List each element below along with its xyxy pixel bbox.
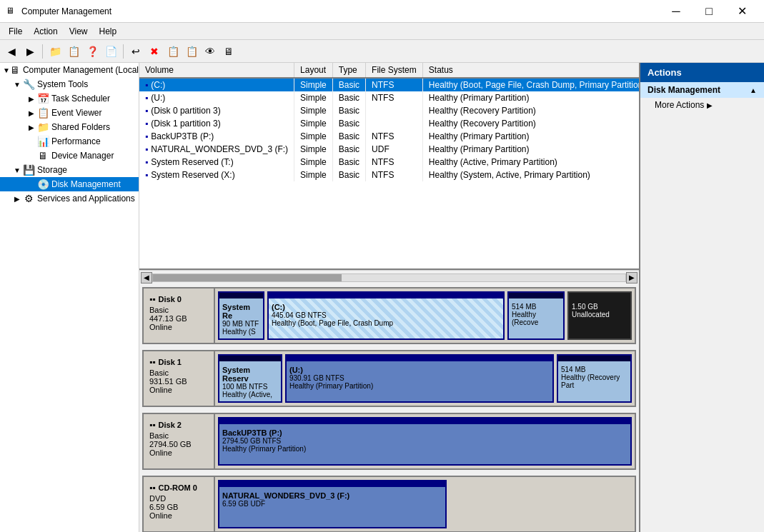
partition[interactable]: BackUP3TB (P:) 2794.50 GB NTFS Healthy (… xyxy=(218,417,632,466)
col-status[interactable]: Status xyxy=(422,63,639,78)
sidebar-item-storage[interactable]: ▼ 💾 Storage xyxy=(0,163,139,177)
partition[interactable]: System Re 90 MB NTF Healthy (S xyxy=(218,291,264,340)
cell-status: Healthy (Recovery Partition) xyxy=(422,117,639,130)
partition-bar xyxy=(287,356,552,361)
sidebar-item-services-apps[interactable]: ▶ ⚙ Services and Applications xyxy=(0,191,139,206)
cell-fs: NTFS xyxy=(366,156,423,169)
cell-layout: Simple xyxy=(294,78,333,91)
sidebar-item-device-manager[interactable]: 🖥 Device Manager xyxy=(0,149,139,163)
actions-disk-management-label: Disk Management xyxy=(648,85,720,95)
partition-size: 930.91 GB NTFS xyxy=(289,374,550,382)
system-tools-toggle[interactable]: ▼ xyxy=(11,79,23,90)
task-scheduler-toggle[interactable]: ▶ xyxy=(26,93,37,104)
title-bar: 🖥 Computer Management ─ □ ✕ xyxy=(0,0,764,23)
sidebar-item-shared-folders[interactable]: ▶ 📁 Shared Folders xyxy=(0,120,139,134)
col-type[interactable]: Type xyxy=(332,63,365,78)
actions-more-actions-item[interactable]: More Actions ▶ xyxy=(640,98,764,112)
cell-type: Basic xyxy=(332,91,365,104)
cell-fs: NTFS xyxy=(366,130,423,143)
system-tools-icon: 🔧 xyxy=(23,79,34,90)
menu-file[interactable]: File xyxy=(3,25,28,38)
col-layout[interactable]: Layout xyxy=(294,63,333,78)
disk-status: Online xyxy=(149,323,208,331)
cell-status: Healthy (Primary Partition) xyxy=(422,130,639,143)
cell-status: Healthy (System, Active, Primary Partiti… xyxy=(422,169,639,181)
cell-layout: Simple xyxy=(294,130,333,143)
folder2-button[interactable]: 📋 xyxy=(65,43,82,60)
view-button[interactable]: 👁 xyxy=(202,43,219,60)
disk-icon: ▪▪ xyxy=(149,483,156,493)
root-toggle[interactable]: ▼ xyxy=(3,64,10,76)
scroll-track[interactable] xyxy=(152,273,626,282)
shared-folders-toggle[interactable]: ▶ xyxy=(26,121,37,133)
table-row[interactable]: ▪(Disk 0 partition 3) Simple Basic Healt… xyxy=(139,104,639,117)
forward-button[interactable]: ▶ xyxy=(21,43,39,60)
disk-icon: ▪▪ xyxy=(149,357,156,367)
help-button[interactable]: ❓ xyxy=(84,43,101,60)
cell-status: Healthy (Boot, Page File, Crash Dump, Pr… xyxy=(422,78,639,91)
sidebar-item-system-tools[interactable]: ▼ 🔧 System Tools xyxy=(0,77,139,91)
cell-type: Basic xyxy=(332,104,365,117)
table-row[interactable]: ▪(C:) Simple Basic NTFS Healthy (Boot, P… xyxy=(139,78,639,91)
partition-size: 445.04 GB NTFS xyxy=(272,311,500,319)
partition[interactable]: 514 MB Healthy (Recovery Part xyxy=(557,354,632,403)
partition[interactable]: 514 MB Healthy (Recove xyxy=(507,291,565,340)
actions-disk-management[interactable]: Disk Management ▲ xyxy=(640,82,764,98)
copy-button[interactable]: 📋 xyxy=(164,43,182,60)
menu-action[interactable]: Action xyxy=(28,25,63,38)
root-icon: 🖥 xyxy=(10,64,20,76)
folder-button[interactable]: 📁 xyxy=(46,43,64,60)
scroll-right-btn[interactable]: ▶ xyxy=(626,272,638,283)
table-row[interactable]: ▪System Reserved (T:) Simple Basic NTFS … xyxy=(139,156,639,169)
undo-button[interactable]: ↩ xyxy=(127,43,144,60)
cancel-button[interactable]: ✖ xyxy=(146,43,163,60)
scroll-thumb[interactable] xyxy=(153,274,342,281)
storage-toggle[interactable]: ▼ xyxy=(11,164,23,176)
services-apps-toggle[interactable]: ▶ xyxy=(11,193,23,204)
disk-label: ▪▪ Disk 2 Basic 2794.50 GB Online xyxy=(144,414,215,468)
scroll-left-btn[interactable]: ◀ xyxy=(141,272,152,283)
disk-icon: ▪▪ xyxy=(149,420,156,430)
table-row[interactable]: ▪(Disk 1 partition 3) Simple Basic Healt… xyxy=(139,117,639,130)
sidebar-item-event-viewer[interactable]: ▶ 📋 Event Viewer xyxy=(0,106,139,120)
event-viewer-toggle[interactable]: ▶ xyxy=(26,107,37,119)
cell-volume: ▪(Disk 1 partition 3) xyxy=(139,117,294,130)
table-row[interactable]: ▪(U:) Simple Basic NTFS Healthy (Primary… xyxy=(139,91,639,104)
sidebar-item-disk-management[interactable]: 💿 Disk Management xyxy=(0,177,139,191)
back-button[interactable]: ◀ xyxy=(3,43,20,60)
paste-button[interactable]: 📋 xyxy=(183,43,200,60)
partition[interactable]: System Reserv 100 MB NTFS Healthy (Activ… xyxy=(218,354,282,403)
col-volume[interactable]: Volume xyxy=(139,63,294,78)
volume-table-container: Volume Layout Type File System Status Ca… xyxy=(139,63,639,270)
table-row[interactable]: ▪System Reserved (X:) Simple Basic NTFS … xyxy=(139,169,639,181)
partition-status: Healthy (Recovery Part xyxy=(561,373,627,389)
partition[interactable]: (C:) 445.04 GB NTFS Healthy (Boot, Page … xyxy=(267,291,505,340)
page-button[interactable]: 📄 xyxy=(102,43,119,60)
partition-name: NATURAL_WONDERS_DVD_3 (F:) xyxy=(222,491,442,500)
cell-fs xyxy=(366,117,423,130)
task-scheduler-icon: 📅 xyxy=(37,93,49,104)
sidebar-item-performance[interactable]: 📊 Performance xyxy=(0,134,139,149)
sidebar-item-task-scheduler[interactable]: ▶ 📅 Task Scheduler xyxy=(0,91,139,106)
partition-size: 514 MB xyxy=(561,366,627,373)
close-button[interactable]: ✕ xyxy=(725,0,758,23)
partition[interactable]: NATURAL_WONDERS_DVD_3 (F:) 6.59 GB UDF xyxy=(218,480,447,528)
menu-help[interactable]: Help xyxy=(94,25,123,38)
col-filesystem[interactable]: File System xyxy=(366,63,423,78)
minimize-button[interactable]: ─ xyxy=(660,0,693,23)
cell-layout: Simple xyxy=(294,143,333,156)
table-row[interactable]: ▪NATURAL_WONDERS_DVD_3 (F:) Simple Basic… xyxy=(139,143,639,156)
partition[interactable]: 1.50 GB Unallocated xyxy=(567,291,632,340)
cell-volume: ▪BackUP3TB (P:) xyxy=(139,130,294,143)
disk-row: ▪▪ Disk 1 Basic 931.51 GB Online System … xyxy=(142,350,636,407)
maximize-button[interactable]: □ xyxy=(693,0,725,23)
monitor-button[interactable]: 🖥 xyxy=(220,43,237,60)
table-row[interactable]: ▪BackUP3TB (P:) Simple Basic NTFS Health… xyxy=(139,130,639,143)
cell-fs: NTFS xyxy=(366,91,423,104)
disk-icon: ▪▪ xyxy=(149,294,156,304)
menu-view[interactable]: View xyxy=(64,25,94,38)
horizontal-scrollbar[interactable]: ◀ ▶ xyxy=(139,270,639,284)
sidebar-root[interactable]: ▼ 🖥 Computer Management (Local xyxy=(0,63,139,77)
partition[interactable]: (U:) 930.91 GB NTFS Healthy (Primary Par… xyxy=(285,354,554,403)
toolbar-separator-1 xyxy=(42,44,43,59)
